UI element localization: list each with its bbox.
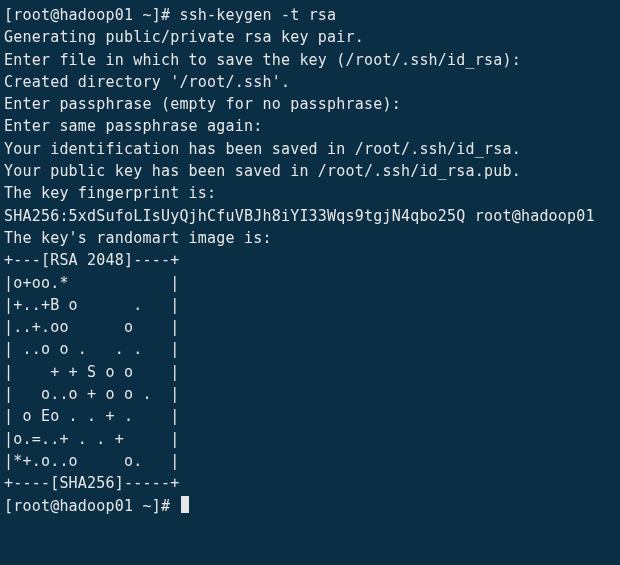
prompt-open: [ [4,6,13,24]
randomart-line: |o+oo.* | [4,274,179,292]
prompt-path: ~ [133,497,151,515]
command-text: ssh-keygen -t rsa [179,6,336,24]
terminal-output[interactable]: [root@hadoop01 ~]# ssh-keygen -t rsa Gen… [0,0,620,521]
output-line: Created directory '/root/.ssh'. [4,73,290,91]
randomart-line: |..+.oo o | [4,318,179,336]
prompt-open: [ [4,497,13,515]
randomart-line: | ..o o . . . | [4,340,179,358]
output-line: Enter same passphrase again: [4,117,262,135]
prompt-userhost: root@hadoop01 [13,497,133,515]
output-line: Your public key has been saved in /root/… [4,162,521,180]
prompt-line-1: [root@hadoop01 ~]# ssh-keygen -t rsa [4,6,336,24]
output-line: Enter passphrase (empty for no passphras… [4,95,401,113]
cursor [181,496,189,513]
randomart-line: | + + S o o | [4,363,179,381]
output-line: Enter file in which to save the key (/ro… [4,51,521,69]
randomart-line: | o Eo . . + . | [4,407,179,425]
randomart-line: |*+.o..o o. | [4,452,179,470]
randomart-line: |+..+B o . | [4,296,179,314]
output-line: Generating public/private rsa key pair. [4,28,364,46]
output-line: The key's randomart image is: [4,229,272,247]
randomart-line: +----[SHA256]-----+ [4,474,179,492]
output-line: Your identification has been saved in /r… [4,140,521,158]
output-line: SHA256:5xdSufoLIsUyQjhCfuVBJh8iYI33Wqs9t… [4,207,595,225]
randomart-line: | o..o + o o . | [4,385,179,403]
randomart-line: |o.=..+ . . + | [4,430,179,448]
prompt-line-2[interactable]: [root@hadoop01 ~]# [4,497,189,515]
randomart-line: +---[RSA 2048]----+ [4,251,179,269]
prompt-close: ]# [152,497,180,515]
prompt-close: ]# [152,6,180,24]
output-line: The key fingerprint is: [4,184,216,202]
prompt-path: ~ [133,6,151,24]
prompt-userhost: root@hadoop01 [13,6,133,24]
